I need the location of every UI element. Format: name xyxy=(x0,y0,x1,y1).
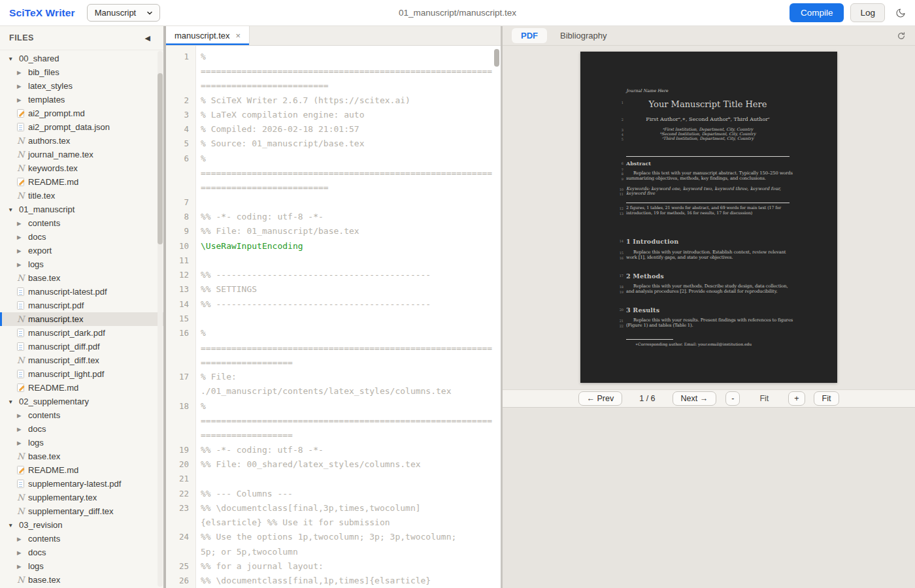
code-line[interactable]: 8%% -*- coding: utf-8 -*- xyxy=(166,209,501,223)
fit-button[interactable]: Fit xyxy=(814,391,840,406)
code-line[interactable]: 24%% Use the options 1p,twocolumn; 3p; 3… xyxy=(166,530,501,544)
code-line[interactable]: 16% xyxy=(166,326,501,340)
tree-file[interactable]: README.md xyxy=(0,175,163,189)
code-line[interactable]: 7 xyxy=(166,195,501,209)
code-line[interactable]: 1% xyxy=(166,49,501,63)
tree-folder[interactable]: ▼01_manuscript xyxy=(0,203,163,216)
folder-collapsed-icon[interactable]: ▶ xyxy=(17,426,28,433)
folder-expanded-icon[interactable]: ▼ xyxy=(8,56,19,62)
next-page-button[interactable]: Next → xyxy=(673,391,717,406)
code-line[interactable]: ========================================… xyxy=(166,165,501,180)
code-line[interactable]: 17% File: xyxy=(166,370,501,384)
tree-file[interactable]: manuscript_light.pdf xyxy=(0,367,163,381)
tree-file[interactable]: README.md xyxy=(0,381,163,395)
tree-file[interactable]: Nbase.tex xyxy=(0,573,163,587)
code-editor[interactable]: 1%======================================… xyxy=(166,46,501,588)
sidebar-scrollbar-thumb[interactable] xyxy=(158,73,163,244)
code-line[interactable]: 15 xyxy=(166,311,501,325)
tree-folder[interactable]: ▶logs xyxy=(0,257,163,271)
folder-collapsed-icon[interactable]: ▶ xyxy=(17,234,28,240)
tree-folder[interactable]: ▶templates xyxy=(0,93,163,106)
tree-folder[interactable]: ▶latex_styles xyxy=(0,79,163,93)
tree-file[interactable]: Nbase.tex xyxy=(0,449,163,463)
tab-pdf[interactable]: PDF xyxy=(512,28,547,43)
tree-file[interactable]: Ntitle.tex xyxy=(0,189,163,203)
folder-collapsed-icon[interactable]: ▶ xyxy=(17,83,28,90)
code-line[interactable]: ================== xyxy=(166,428,501,442)
tree-folder[interactable]: ▶bib_files xyxy=(0,65,163,79)
code-line[interactable]: 25%% for a journal layout: xyxy=(166,559,501,573)
code-line[interactable]: 9%% File: 01_manuscript/base.tex xyxy=(166,224,501,238)
tree-file[interactable]: Nauthors.tex xyxy=(0,134,163,148)
code-line[interactable]: ========================================… xyxy=(166,63,501,78)
code-line[interactable]: ========================================… xyxy=(166,340,501,355)
moon-icon[interactable] xyxy=(895,8,906,18)
tree-file[interactable]: manuscript.pdf xyxy=(0,299,163,312)
compile-button[interactable]: Compile xyxy=(790,3,844,22)
tree-folder[interactable]: ▼00_shared xyxy=(0,52,163,65)
code-line[interactable]: 22%% --- Columns --- xyxy=(166,486,501,500)
tree-folder[interactable]: ▶logs xyxy=(0,559,163,573)
folder-expanded-icon[interactable]: ▼ xyxy=(8,399,19,405)
document-select[interactable]: Manuscript xyxy=(87,4,160,22)
prev-page-button[interactable]: ← Prev xyxy=(578,391,623,406)
folder-collapsed-icon[interactable]: ▶ xyxy=(17,97,28,103)
refresh-icon[interactable] xyxy=(897,31,906,41)
code-line[interactable]: ./01_manuscript/contents/latex_styles/co… xyxy=(166,384,501,399)
code-line[interactable]: 2% SciTeX Writer 2.6.7 (https://scitex.a… xyxy=(166,93,501,107)
code-line[interactable]: ========================= xyxy=(166,78,501,93)
code-line[interactable]: 19%% -*- coding: utf-8 -*- xyxy=(166,442,501,457)
tree-file[interactable]: Njournal_name.tex xyxy=(0,148,163,161)
tree-file[interactable]: README.md xyxy=(0,463,163,477)
code-line[interactable]: ========================================… xyxy=(166,413,501,427)
tree-file[interactable]: ai2_prompt.md xyxy=(0,106,163,120)
tree-file[interactable]: ai2_prompt_data.json xyxy=(0,120,163,134)
tree-file[interactable]: supplementary-latest.pdf xyxy=(0,477,163,491)
tree-folder[interactable]: ▶contents xyxy=(0,216,163,230)
tree-file[interactable]: Nkeywords.tex xyxy=(0,161,163,175)
collapse-sidebar-icon[interactable]: ◀ xyxy=(145,34,150,42)
code-line[interactable]: 12%% -----------------------------------… xyxy=(166,267,501,282)
log-button[interactable]: Log xyxy=(850,3,885,22)
code-line[interactable]: 3% LaTeX compilation engine: auto xyxy=(166,107,501,122)
folder-collapsed-icon[interactable]: ▶ xyxy=(17,248,28,254)
tree-folder[interactable]: ▶logs xyxy=(0,436,163,449)
tree-file[interactable]: Nsupplementary.tex xyxy=(0,491,163,504)
tree-folder[interactable]: ▶docs xyxy=(0,546,163,559)
code-line[interactable]: ================== xyxy=(166,355,501,369)
code-line[interactable]: 4% Compiled: 2026-02-18 21:01:57 xyxy=(166,122,501,136)
tree-folder[interactable]: ▶docs xyxy=(0,230,163,244)
code-line[interactable]: 26%% \documentclass[final,1p,times]{elsa… xyxy=(166,574,501,588)
folder-collapsed-icon[interactable]: ▶ xyxy=(17,440,28,446)
code-line[interactable]: 23%% \documentclass[final,3p,times,twoco… xyxy=(166,500,501,515)
code-line[interactable]: 11 xyxy=(166,253,501,267)
code-line[interactable]: 14%% -----------------------------------… xyxy=(166,297,501,311)
code-line[interactable]: 10\UseRawInputEncoding xyxy=(166,238,501,253)
folder-collapsed-icon[interactable]: ▶ xyxy=(17,412,28,419)
tree-file[interactable]: Nsupplementary_diff.tex xyxy=(0,504,163,518)
code-line[interactable]: {elsarticle} %% Use it for submission xyxy=(166,515,501,530)
tree-folder[interactable]: ▼03_revision xyxy=(0,518,163,532)
tree-folder[interactable]: ▶contents xyxy=(0,532,163,546)
code-line[interactable]: 5p; or 5p,twocolumn xyxy=(166,544,501,559)
tree-folder[interactable]: ▶export xyxy=(0,244,163,257)
folder-collapsed-icon[interactable]: ▶ xyxy=(17,536,28,542)
tree-file[interactable]: manuscript_dark.pdf xyxy=(0,326,163,340)
folder-collapsed-icon[interactable]: ▶ xyxy=(17,261,28,268)
code-line[interactable]: 18% xyxy=(166,399,501,413)
tree-file[interactable]: Nmanuscript_diff.tex xyxy=(0,353,163,367)
tab-manuscript-tex[interactable]: manuscript.tex × xyxy=(166,26,250,45)
code-line[interactable]: 20%% File: 00_shared/latex_styles/column… xyxy=(166,457,501,471)
tree-file[interactable]: manuscript_diff.pdf xyxy=(0,340,163,353)
tree-file[interactable]: Nmanuscript.tex xyxy=(0,312,163,326)
code-line[interactable]: 6% xyxy=(166,151,501,165)
code-line[interactable]: 13%% SETTINGS xyxy=(166,282,501,297)
editor-scrollbar-thumb[interactable] xyxy=(494,49,499,67)
code-line[interactable]: ========================= xyxy=(166,180,501,195)
tree-file[interactable]: Nbase.tex xyxy=(0,271,163,285)
folder-expanded-icon[interactable]: ▼ xyxy=(8,522,19,529)
tree-folder[interactable]: ▶contents xyxy=(0,408,163,422)
zoom-out-button[interactable]: - xyxy=(725,391,740,406)
code-line[interactable]: 5% Source: 01_manuscript/base.tex xyxy=(166,137,501,151)
tree-file[interactable]: manuscript-latest.pdf xyxy=(0,285,163,299)
